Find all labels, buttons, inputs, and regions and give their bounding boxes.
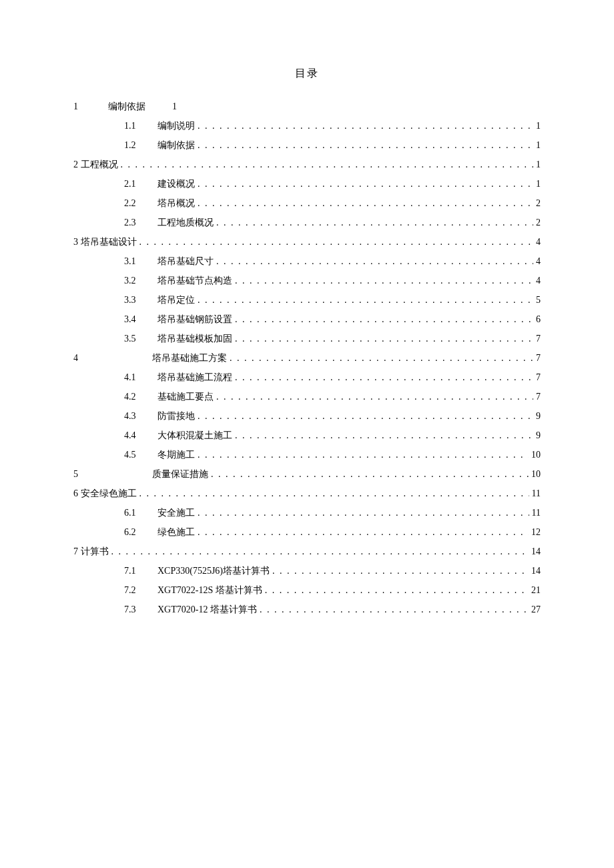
toc-entry-number: 3.1 <box>124 256 149 267</box>
toc-leader-dots: . . . . . . . . . . . . . . . . . . . . … <box>198 411 533 422</box>
toc-entry-page: 7 <box>536 353 541 364</box>
toc-entry: 6 安全绿色施工. . . . . . . . . . . . . . . . … <box>73 488 541 500</box>
toc-entry: 2.3工程地质概况. . . . . . . . . . . . . . . .… <box>73 217 541 229</box>
toc-leader-dots: . . . . . . . . . . . . . . . . . . . . … <box>230 353 533 364</box>
toc-entry-label: 塔吊基础节点构造 <box>158 275 232 287</box>
toc-leader-dots: . . . . . . . . . . . . . . . . . . . . … <box>198 121 533 131</box>
toc-entry-page: 9 <box>536 411 541 422</box>
toc-leader-dots: . . . . . . . . . . . . . . . . . . . . … <box>198 198 533 209</box>
toc-entry: 4.2基础施工要点. . . . . . . . . . . . . . . .… <box>73 391 541 403</box>
toc-leader-dots: . . . . . . . . . . . . . . . . . . . . … <box>121 159 534 170</box>
toc-entry-label: 塔吊概况 <box>158 197 195 209</box>
toc-leader-dots: . . . . . . . . . . . . . . . . . . . . … <box>235 314 533 325</box>
toc-entry-label: 塔吊定位 <box>158 294 195 306</box>
toc-entry-number: 4 <box>73 353 93 364</box>
toc-entry-page: 14 <box>531 566 541 576</box>
toc-entry: 6.1安全施工. . . . . . . . . . . . . . . . .… <box>73 507 541 519</box>
toc-entry-label: 质量保证措施 <box>152 468 208 480</box>
toc-entry: 4塔吊基础施工方案. . . . . . . . . . . . . . . .… <box>73 352 541 364</box>
toc-entry-number: 4.3 <box>124 411 149 422</box>
toc-leader-dots: . . . . . . . . . . . . . . . . . . . . … <box>216 392 533 402</box>
toc-entry-label: 6 安全绿色施工 <box>73 488 137 500</box>
toc-entry-number: 7.2 <box>124 585 149 596</box>
toc-entry: 3.5塔吊基础模板加固. . . . . . . . . . . . . . .… <box>73 333 541 345</box>
toc-entry-label: 编制依据 <box>108 101 145 113</box>
toc-entry-label: 塔吊基础施工方案 <box>152 352 227 364</box>
toc-entry: 4.1塔吊基础施工流程. . . . . . . . . . . . . . .… <box>73 372 541 384</box>
toc-entry-number: 1.2 <box>124 140 149 151</box>
toc-entry-label: 绿色施工 <box>158 526 195 538</box>
toc-entry-number: 3.5 <box>124 334 149 344</box>
toc-entry-page: 14 <box>531 546 541 557</box>
toc-entry-number: 3.2 <box>124 276 149 286</box>
toc-entry-number: 4.2 <box>124 392 149 402</box>
toc-entry-page: 6 <box>536 314 541 325</box>
toc-entry: 7.2XGT7022-12S 塔基计算书. . . . . . . . . . … <box>73 584 541 596</box>
toc-entry-number: 3.4 <box>124 314 149 325</box>
toc-entry-number: 6.2 <box>124 527 149 538</box>
toc-entry-label: 冬期施工 <box>158 449 195 461</box>
toc-entry: 2.1建设概况. . . . . . . . . . . . . . . . .… <box>73 178 541 190</box>
toc-entry-number: 2.3 <box>124 218 149 228</box>
toc-entry-label: 建设概况 <box>158 178 195 190</box>
toc-entry: 2.2塔吊概况. . . . . . . . . . . . . . . . .… <box>73 197 541 209</box>
toc-entry: 3.1塔吊基础尺寸. . . . . . . . . . . . . . . .… <box>73 256 541 268</box>
toc-leader-dots: . . . . . . . . . . . . . . . . . . . . … <box>198 140 533 151</box>
toc-entry-page: 10 <box>531 450 541 460</box>
toc-entry: 4.5冬期施工. . . . . . . . . . . . . . . . .… <box>73 449 541 461</box>
toc-entry-label: 大体积混凝土施工 <box>158 430 232 442</box>
toc-entry-number: 5 <box>73 469 93 480</box>
toc-leader-dots: . . . . . . . . . . . . . . . . . . . . … <box>198 450 529 460</box>
toc-entry-page: 4 <box>536 256 541 267</box>
toc-leader-dots: . . . . . . . . . . . . . . . . . . . . … <box>235 372 533 383</box>
toc-leader-dots: . . . . . . . . . . . . . . . . . . . . … <box>216 218 533 228</box>
toc-entry: 4.3防雷接地. . . . . . . . . . . . . . . . .… <box>73 410 541 422</box>
toc-entry-page: 7 <box>536 334 541 344</box>
toc-entry-label: 塔吊基础尺寸 <box>158 256 214 268</box>
toc-entry-page: 7 <box>536 392 541 402</box>
toc-leader-dots: . . . . . . . . . . . . . . . . . . . . … <box>198 527 529 538</box>
toc-entry-page: 4 <box>536 237 541 248</box>
toc-entry-number: 6.1 <box>124 508 149 518</box>
toc-entry: 6.2绿色施工. . . . . . . . . . . . . . . . .… <box>73 526 541 538</box>
toc-leader-dots: . . . . . . . . . . . . . . . . . . . . … <box>265 585 529 596</box>
toc-entry-label: 工程地质概况 <box>158 217 214 229</box>
toc-entry-page: 10 <box>531 469 541 480</box>
toc-entry-number: 7.1 <box>124 566 149 576</box>
toc-entry-label: 7 计算书 <box>73 546 109 558</box>
toc-leader-dots: . . . . . . . . . . . . . . . . . . . . … <box>139 237 534 248</box>
toc-entry-page: 11 <box>532 508 541 518</box>
toc-entry: 7.3XGT7020-12 塔基计算书. . . . . . . . . . .… <box>73 604 541 616</box>
toc-leader-dots: . . . . . . . . . . . . . . . . . . . . … <box>211 469 529 480</box>
toc-entry-label: XCP330(7525J6)塔基计算书 <box>158 565 270 577</box>
toc-entry: 1编制依据1 <box>73 101 541 113</box>
toc-entry: 3.3塔吊定位. . . . . . . . . . . . . . . . .… <box>73 294 541 306</box>
toc-entry: 1.1编制说明. . . . . . . . . . . . . . . . .… <box>73 120 541 132</box>
toc-entry-number: 2.2 <box>124 198 149 209</box>
toc-entry: 7.1XCP330(7525J6)塔基计算书. . . . . . . . . … <box>73 565 541 577</box>
toc-leader-dots: . . . . . . . . . . . . . . . . . . . . … <box>235 334 533 344</box>
toc-entry-page: 2 <box>536 218 541 228</box>
toc-leader-dots: . . . . . . . . . . . . . . . . . . . . … <box>111 546 529 557</box>
toc-entry-page: 2 <box>536 198 541 209</box>
toc-entry-page: 27 <box>531 604 541 615</box>
toc-leader-dots: . . . . . . . . . . . . . . . . . . . . … <box>235 276 533 286</box>
toc-entry-number: 2.1 <box>124 179 149 189</box>
toc-entry-label: 塔吊基础施工流程 <box>158 372 232 384</box>
toc-entry-page: 1 <box>172 101 177 112</box>
toc-entry-label: XGT7022-12S 塔基计算书 <box>158 584 262 596</box>
toc-entry-page: 1 <box>536 159 541 170</box>
toc-entry-number: 4.4 <box>124 430 149 441</box>
toc-leader-dots: . . . . . . . . . . . . . . . . . . . . … <box>216 256 533 267</box>
toc-entry-page: 12 <box>531 527 541 538</box>
toc-entry-label: XGT7020-12 塔基计算书 <box>158 604 257 616</box>
toc-entry-page: 1 <box>536 179 541 189</box>
toc-entry-page: 5 <box>536 295 541 306</box>
toc-entry-number: 4.1 <box>124 372 149 383</box>
toc-leader-dots: . . . . . . . . . . . . . . . . . . . . … <box>198 179 533 189</box>
toc-entry-number: 7.3 <box>124 604 149 615</box>
toc-entry-label: 防雷接地 <box>158 410 195 422</box>
table-of-contents: 1编制依据11.1编制说明. . . . . . . . . . . . . .… <box>73 101 541 616</box>
toc-leader-dots: . . . . . . . . . . . . . . . . . . . . … <box>198 295 533 306</box>
toc-entry-number: 3.3 <box>124 295 149 306</box>
